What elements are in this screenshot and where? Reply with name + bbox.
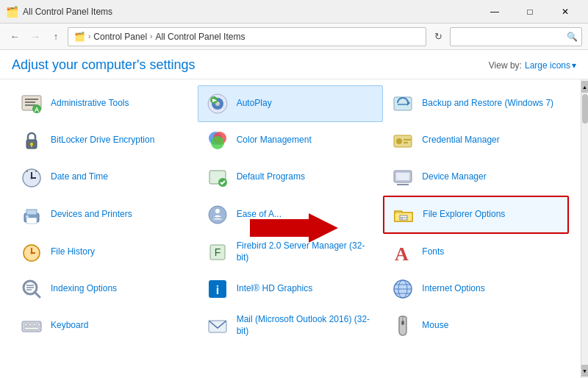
autoplay-icon <box>206 92 229 115</box>
fonts-icon: A <box>391 240 415 264</box>
title-bar: 🗂️ All Control Panel Items — □ ✕ <box>0 0 588 24</box>
item-label-file-history: File History <box>51 246 95 258</box>
item-label-indexing-options: Indexing Options <box>51 283 117 295</box>
panel-item-color-management[interactable]: Color Management <box>198 122 384 159</box>
item-label-date-time: Date and Time <box>51 171 108 183</box>
svg-text:A: A <box>35 106 40 113</box>
panel-item-firebird[interactable]: FFirebird 2.0 Server Manager (32-bit) <box>198 234 384 271</box>
forward-button[interactable]: → <box>26 28 44 46</box>
panel-item-default-programs[interactable]: Default Programs <box>198 159 384 196</box>
maximize-button[interactable]: □ <box>513 0 547 24</box>
address-chevron2: › <box>150 32 152 40</box>
svg-rect-35 <box>26 210 37 215</box>
address-icon: 🗂️ <box>74 32 85 42</box>
svg-rect-1 <box>25 99 38 100</box>
svg-rect-62 <box>24 324 27 326</box>
item-label-administrative-tools: Administrative Tools <box>51 98 129 110</box>
panel-item-fonts[interactable]: AFonts <box>383 234 569 271</box>
item-label-mail: Mail (Microsoft Outlook 2016) (32-bit) <box>237 314 376 337</box>
minimize-button[interactable]: — <box>478 0 512 24</box>
credential-icon <box>391 129 415 152</box>
svg-point-20 <box>396 138 402 144</box>
item-label-color-management: Color Management <box>237 135 312 146</box>
svg-rect-36 <box>26 218 37 224</box>
svg-line-50 <box>35 292 40 297</box>
svg-text:A: A <box>395 243 409 263</box>
panel-item-credential-manager[interactable]: Credential Manager <box>383 122 569 159</box>
close-button[interactable]: ✕ <box>548 0 582 24</box>
printer-icon <box>20 203 43 227</box>
backup-icon <box>391 92 415 115</box>
panel-item-bitlocker[interactable]: BitLocker Drive Encryption <box>12 122 198 159</box>
panel-item-keyboard[interactable]: Keyboard <box>12 307 198 344</box>
panel-item-date-time[interactable]: Date and Time <box>12 159 198 196</box>
default-icon <box>206 165 229 189</box>
item-label-backup-restore: Backup and Restore (Windows 7) <box>422 98 553 110</box>
viewby-label: View by: <box>489 60 522 71</box>
item-label-file-explorer-options: File Explorer Options <box>423 209 505 221</box>
mouse-icon <box>391 314 415 338</box>
svg-rect-64 <box>33 324 36 326</box>
panel-item-mail[interactable]: Mail (Microsoft Outlook 2016) (32-bit) <box>198 307 384 344</box>
svg-point-38 <box>209 206 226 224</box>
device-manager-icon <box>391 165 415 189</box>
breadcrumb-control-panel[interactable]: Control Panel <box>93 32 147 42</box>
item-label-internet-options: Internet Options <box>422 283 484 295</box>
scrollbar-up-button[interactable]: ▲ <box>581 81 589 93</box>
item-label-autoplay: AutoPlay <box>237 98 272 110</box>
svg-text:i: i <box>215 284 218 296</box>
svg-point-39 <box>215 209 220 213</box>
panel-item-internet-options[interactable]: Internet Options <box>383 271 569 307</box>
viewby-value[interactable]: Large icons ▾ <box>525 60 576 71</box>
mail-icon <box>206 314 229 338</box>
refresh-button[interactable]: ↻ <box>429 28 447 46</box>
ease-icon <box>206 203 229 227</box>
item-label-firebird: Firebird 2.0 Server Manager (32-bit) <box>237 240 376 263</box>
svg-rect-66 <box>37 324 40 326</box>
panel-item-ease-of-access[interactable]: Ease of A... <box>198 196 384 234</box>
address-chevron: › <box>88 32 90 40</box>
panel-item-file-history[interactable]: File History <box>12 234 198 271</box>
address-field[interactable]: 🗂️ › Control Panel › All Control Panel I… <box>68 27 426 46</box>
panel-item-devices-printers[interactable]: Devices and Printers <box>12 196 198 234</box>
panel-item-device-manager[interactable]: Device Manager <box>383 159 569 196</box>
svg-rect-65 <box>24 327 39 329</box>
svg-rect-2 <box>25 101 35 103</box>
content-header: Adjust your computer's settings View by:… <box>0 50 588 79</box>
scrollbar-down-button[interactable]: ▼ <box>581 365 589 377</box>
item-label-fonts: Fonts <box>422 246 444 258</box>
intel-icon: i <box>206 277 229 301</box>
svg-point-26 <box>31 177 33 179</box>
address-bar: ← → ↑ 🗂️ › Control Panel › All Control P… <box>0 24 588 50</box>
firebird-icon: F <box>206 240 229 264</box>
panel-item-file-explorer-options[interactable]: File Explorer Options <box>383 196 569 234</box>
folder-options-icon <box>392 203 415 227</box>
panel-item-autoplay[interactable]: AutoPlay <box>198 85 384 122</box>
up-button[interactable]: ↑ <box>47 28 65 46</box>
svg-rect-63 <box>29 324 32 326</box>
svg-rect-61 <box>22 321 41 332</box>
back-button[interactable]: ← <box>6 28 24 46</box>
search-input[interactable] <box>450 27 582 46</box>
panel-item-indexing-options[interactable]: Indexing Options <box>12 271 198 307</box>
svg-rect-33 <box>397 184 409 185</box>
item-label-default-programs: Default Programs <box>237 171 305 183</box>
item-label-bitlocker: BitLocker Drive Encryption <box>51 135 154 146</box>
scrollbar-track[interactable]: ▲ ▼ <box>581 79 588 378</box>
item-label-mouse: Mouse <box>422 320 448 332</box>
window-title: All Control Panel Items <box>23 7 112 17</box>
svg-point-69 <box>401 321 404 325</box>
panel-item-mouse[interactable]: Mouse <box>383 307 569 344</box>
items-grid: AAdministrative ToolsAutoPlayBackup and … <box>0 79 581 378</box>
viewby-chevron-icon: ▾ <box>572 60 576 71</box>
panel-item-administrative-tools[interactable]: AAdministrative Tools <box>12 85 198 122</box>
item-label-keyboard: Keyboard <box>51 320 88 332</box>
panel-item-backup-restore[interactable]: Backup and Restore (Windows 7) <box>383 85 569 122</box>
item-label-intel-hd: Intel® HD Graphics <box>237 283 313 295</box>
panel-item-intel-hd[interactable]: iIntel® HD Graphics <box>198 271 384 307</box>
svg-point-18 <box>211 136 224 149</box>
scrollbar-thumb[interactable] <box>582 94 588 124</box>
svg-point-45 <box>31 252 33 254</box>
svg-text:F: F <box>214 246 220 258</box>
admin-icon: A <box>20 92 43 115</box>
